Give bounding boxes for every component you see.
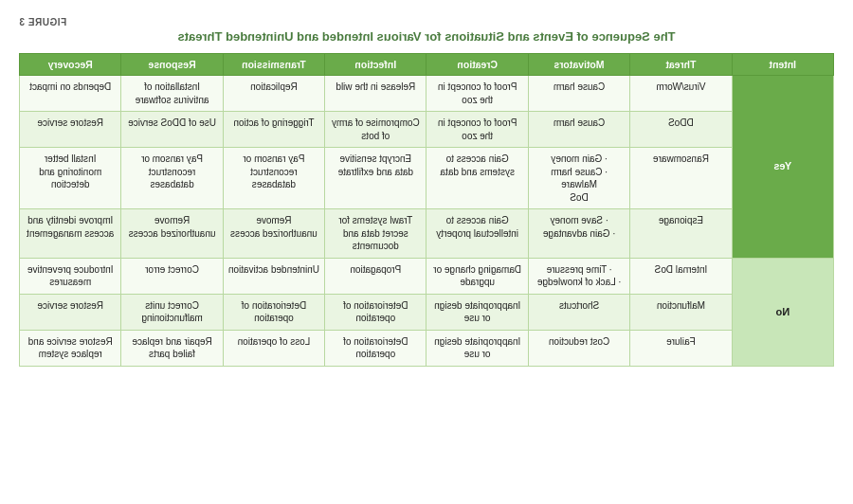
response-cell: Installation of antivirus software xyxy=(121,76,223,112)
creation-cell: Inappropriate design or use xyxy=(426,294,528,330)
infection-cell: Deterioration of operation xyxy=(325,294,426,330)
recovery-cell: Improve identity and access management xyxy=(20,209,121,259)
recovery-cell: Restore service xyxy=(20,112,121,148)
main-table: Intent Threat Motivators Creation Infect… xyxy=(19,53,834,367)
recovery-cell: Depends on impact xyxy=(20,76,121,112)
col-header-recovery: Recovery xyxy=(20,54,121,76)
response-cell: Remove unauthorized access xyxy=(121,209,223,259)
response-cell: Correct units malfunctioning xyxy=(121,294,223,330)
motivators-cell: Shortcuts xyxy=(528,294,629,330)
recovery-cell: Install better monitoring and detection xyxy=(20,148,121,209)
transmission-cell: Pay ransom or reconstruct databases xyxy=(223,148,324,209)
col-header-intent: Intent xyxy=(732,54,833,76)
recovery-cell: Restore service xyxy=(20,294,121,330)
col-header-response: Response xyxy=(121,54,223,76)
intent-no-cell: No xyxy=(732,258,833,366)
threat-cell: Espionage xyxy=(630,209,732,259)
motivators-cell: Cause harm xyxy=(528,76,629,112)
motivators-cell: Cost reduction xyxy=(528,330,629,366)
creation-cell: Inappropriate design or use xyxy=(426,330,528,366)
col-header-motivators: Motivators xyxy=(528,54,629,76)
motivators-cell: · Save money· Gain advantage xyxy=(528,209,629,259)
threat-cell: Malfunction xyxy=(630,294,732,330)
table-row: Yes Virus/Worm Cause harm Proof of conce… xyxy=(20,76,834,112)
col-header-creation: Creation xyxy=(426,54,528,76)
creation-cell: Proof of concept in the zoo xyxy=(426,76,528,112)
infection-cell: Encrypt sensitive data and exfiltrate xyxy=(325,148,426,209)
response-cell: Use of DDoS service xyxy=(121,112,223,148)
transmission-cell: Loss of operation xyxy=(223,330,324,366)
threat-cell: Ransomware xyxy=(630,148,732,209)
intent-yes-cell: Yes xyxy=(732,76,833,259)
col-header-threat: Threat xyxy=(630,54,732,76)
table-row: Espionage · Save money· Gain advantage G… xyxy=(20,209,834,259)
motivators-cell: · Gain money· Cause harmMalwareDoS xyxy=(528,148,629,209)
recovery-cell: Introduce preventive measures xyxy=(20,258,121,294)
table-row: No Internal DoS · Time pressure· Lack of… xyxy=(20,258,834,294)
threat-cell: DDoS xyxy=(630,112,732,148)
threat-cell: Failure xyxy=(630,330,732,366)
infection-cell: Deterioration of operation xyxy=(325,330,426,366)
threat-cell: Virus/Worm xyxy=(630,76,732,112)
infection-cell: Release in the wild xyxy=(325,76,426,112)
motivators-cell: Cause harm xyxy=(528,112,629,148)
transmission-cell: Remove unauthorized access xyxy=(223,209,324,259)
response-cell: Repair and replace failed parts xyxy=(121,330,223,366)
col-header-infection: Infection xyxy=(325,54,426,76)
transmission-cell: Triggering of action xyxy=(223,112,324,148)
table-row: Malfunction Shortcuts Inappropriate desi… xyxy=(20,294,834,330)
figure-title: The Sequence of Events and Situations fo… xyxy=(19,29,834,44)
response-cell: Correct error xyxy=(121,258,223,294)
infection-cell: Compromise of army of bots xyxy=(325,112,426,148)
creation-cell: Damaging change or upgrade xyxy=(426,258,528,294)
transmission-cell: Deterioration of operation xyxy=(223,294,324,330)
figure-label: FIGURE 3 xyxy=(19,17,834,27)
table-row: Failure Cost reduction Inappropriate des… xyxy=(20,330,834,366)
transmission-cell: Replication xyxy=(223,76,324,112)
infection-cell: Trawl systems for secret data and docume… xyxy=(325,209,426,259)
response-cell: Pay ransom or reconstruct databases xyxy=(121,148,223,209)
recovery-cell: Restore service and replace system xyxy=(20,330,121,366)
infection-cell: Propagation xyxy=(325,258,426,294)
table-row: Ransomware · Gain money· Cause harmMalwa… xyxy=(20,148,834,209)
creation-cell: Gain access to intellectual property xyxy=(426,209,528,259)
creation-cell: Proof of concept in the zoo xyxy=(426,112,528,148)
creation-cell: Gain access to systems and data xyxy=(426,148,528,209)
table-row: DDoS Cause harm Proof of concept in the … xyxy=(20,112,834,148)
col-header-transmission: Transmission xyxy=(223,54,324,76)
transmission-cell: Unintended activation xyxy=(223,258,324,294)
motivators-cell: · Time pressure· Lack of knowledge xyxy=(528,258,629,294)
threat-cell: Internal DoS xyxy=(630,258,732,294)
